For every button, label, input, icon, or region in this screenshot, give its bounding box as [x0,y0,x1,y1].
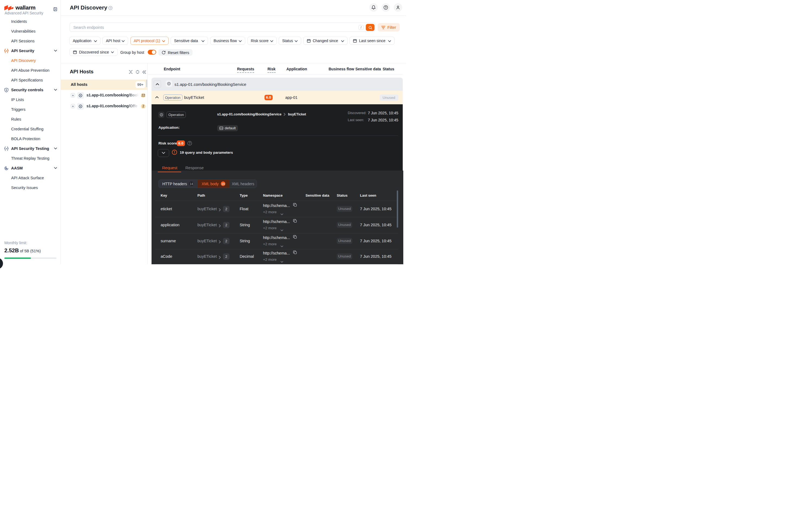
svg-text:?: ? [110,7,111,10]
